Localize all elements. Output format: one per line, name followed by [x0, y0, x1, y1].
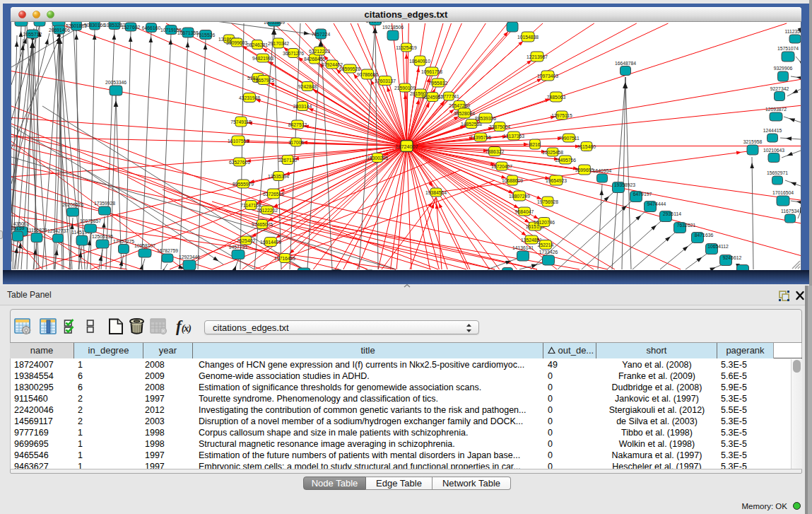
svg-text:19384554: 19384554 [425, 190, 447, 195]
svg-text:21590109: 21590109 [394, 86, 416, 90]
svg-text:62527601: 62527601 [229, 160, 250, 165]
svg-text:19358923: 19358923 [614, 182, 635, 187]
svg-text:10154838: 10154838 [517, 35, 539, 40]
svg-text:88539336: 88539336 [475, 116, 496, 121]
svg-text:7955812: 7955812 [429, 81, 448, 86]
svg-text:16120746: 16120746 [534, 220, 555, 225]
svg-text:10975857: 10975857 [80, 218, 101, 223]
svg-text:12923446: 12923446 [179, 255, 200, 259]
svg-text:9115460: 9115460 [577, 144, 596, 149]
svg-text:1244415: 1244415 [763, 128, 782, 133]
svg-text:78657975: 78657975 [253, 78, 274, 83]
svg-text:9329906: 9329906 [774, 66, 793, 71]
svg-text:16782759: 16782759 [157, 248, 178, 253]
svg-text:12505135: 12505135 [92, 234, 113, 239]
svg-text:12093872: 12093872 [765, 107, 787, 112]
svg-text:13137353: 13137353 [503, 134, 524, 139]
svg-text:8216: 8216 [529, 142, 540, 147]
svg-text:19218506: 19218506 [382, 25, 404, 30]
svg-text:68599528: 68599528 [339, 66, 360, 71]
svg-text:7485063: 7485063 [547, 95, 566, 100]
svg-text:90786666: 90786666 [357, 72, 378, 77]
svg-text:6479197: 6479197 [633, 192, 652, 197]
svg-text:18807249: 18807249 [509, 194, 530, 199]
svg-text:8427512: 8427512 [288, 122, 307, 127]
svg-text:2055712: 2055712 [23, 32, 42, 37]
svg-text:18640910: 18640910 [409, 59, 430, 64]
svg-text:15716485: 15716485 [274, 256, 295, 261]
svg-text:18300295: 18300295 [367, 156, 388, 160]
svg-text:16671355: 16671355 [177, 30, 199, 35]
svg-text:7625402: 7625402 [237, 238, 256, 243]
svg-text:11156829: 11156829 [26, 228, 47, 233]
svg-text:13524851: 13524851 [521, 238, 542, 243]
svg-text:10688609: 10688609 [502, 178, 523, 183]
svg-text:94821993: 94821993 [252, 56, 273, 61]
svg-text:8813014: 8813014 [366, 22, 385, 23]
svg-text:12213967: 12213967 [526, 54, 548, 59]
svg-text:12942737: 12942737 [47, 228, 69, 233]
svg-text:20053346: 20053346 [105, 80, 126, 85]
svg-text:97465075: 97465075 [252, 222, 273, 227]
svg-text:16914479: 16914479 [260, 240, 281, 245]
svg-text:9242848: 9242848 [298, 84, 317, 89]
svg-text:76122202: 76122202 [257, 208, 278, 213]
svg-text:8471636: 8471636 [695, 233, 714, 238]
svg-text:38528084: 38528084 [454, 111, 475, 116]
svg-text:20206576: 20206576 [62, 202, 83, 207]
svg-text:17603137: 17603137 [375, 78, 396, 83]
svg-text:7515526: 7515526 [196, 33, 216, 37]
svg-text:10025458: 10025458 [542, 150, 563, 155]
svg-text:75749118: 75749118 [230, 119, 252, 124]
svg-text:08246281: 08246281 [247, 42, 268, 47]
svg-text:2803144: 2803144 [293, 104, 312, 109]
svg-text:9474444: 9474444 [647, 201, 666, 206]
svg-text:17359928: 17359928 [94, 201, 115, 206]
svg-text:36671276: 36671276 [283, 51, 304, 56]
svg-text:15692971: 15692971 [767, 170, 788, 175]
svg-text:16107553: 16107553 [228, 139, 249, 144]
svg-text:39159: 39159 [11, 226, 25, 230]
svg-text:16648784: 16648784 [615, 61, 636, 66]
svg-text:19654923: 19654923 [546, 178, 567, 183]
svg-text:1167534: 1167534 [781, 209, 799, 214]
svg-text:2935114: 2935114 [663, 211, 681, 216]
svg-text:7632621: 7632621 [677, 223, 696, 228]
svg-text:74395755: 74395755 [470, 135, 491, 140]
svg-text:89555979: 89555979 [233, 182, 254, 187]
svg-text:1733426: 1733426 [539, 250, 558, 255]
svg-text:11777741: 11777741 [438, 94, 459, 99]
svg-text:13535394: 13535394 [268, 174, 289, 179]
svg-text:14852538: 14852538 [461, 122, 482, 127]
svg-text:14136141: 14136141 [512, 245, 534, 250]
svg-text:10973403: 10973403 [537, 74, 558, 78]
svg-text:84268465: 84268465 [304, 57, 325, 62]
svg-text:10958107: 10958107 [134, 243, 155, 248]
svg-text:19756928: 19756928 [537, 199, 558, 204]
svg-text:9245612: 9245612 [723, 255, 742, 260]
svg-text:1640954: 1640954 [593, 168, 612, 173]
svg-text:33875004: 33875004 [489, 124, 510, 129]
svg-text:11123504: 11123504 [784, 29, 801, 34]
svg-text:10654112: 10654112 [707, 244, 729, 249]
svg-text:20691406: 20691406 [49, 28, 70, 33]
svg-text:9457791: 9457791 [229, 245, 248, 250]
svg-text:7857224: 7857224 [312, 32, 331, 37]
svg-text:1527602: 1527602 [122, 25, 141, 30]
svg-text:15751074: 15751074 [777, 46, 799, 51]
svg-text:9684047: 9684047 [515, 209, 534, 214]
svg-text:29170342: 29170342 [268, 41, 289, 46]
svg-text:12975115: 12975115 [551, 113, 572, 118]
svg-text:39099603: 39099603 [226, 40, 247, 45]
svg-text:17957275: 17957275 [113, 239, 134, 244]
svg-text:15720407: 15720407 [491, 164, 512, 169]
svg-text:9699695: 9699695 [575, 168, 594, 173]
svg-text:9227342: 9227342 [770, 86, 789, 91]
svg-text:6466160: 6466160 [142, 25, 161, 30]
svg-text:117006: 117006 [288, 140, 304, 145]
svg-text:11325419: 11325419 [396, 45, 417, 50]
svg-text:7886322: 7886322 [486, 149, 505, 154]
svg-text:79907511: 79907511 [558, 136, 579, 141]
svg-text:10210643: 10210643 [763, 148, 784, 153]
svg-text:90830166: 90830166 [84, 23, 105, 28]
